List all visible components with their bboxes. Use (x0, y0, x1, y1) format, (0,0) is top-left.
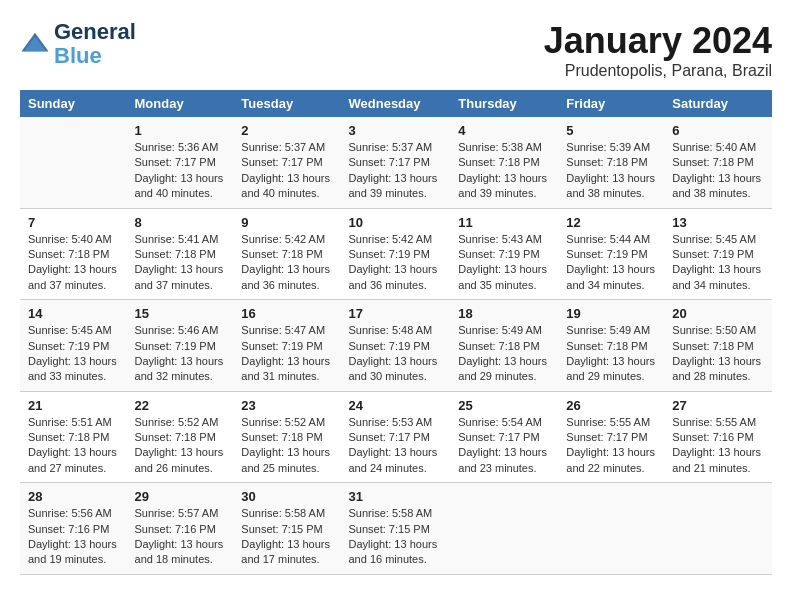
day-info: Sunrise: 5:56 AM Sunset: 7:16 PM Dayligh… (28, 506, 119, 568)
day-info: Sunrise: 5:45 AM Sunset: 7:19 PM Dayligh… (28, 323, 119, 385)
calendar-cell: 19Sunrise: 5:49 AM Sunset: 7:18 PM Dayli… (558, 300, 664, 392)
day-number: 15 (135, 306, 226, 321)
calendar-table: SundayMondayTuesdayWednesdayThursdayFrid… (20, 90, 772, 575)
calendar-cell: 26Sunrise: 5:55 AM Sunset: 7:17 PM Dayli… (558, 391, 664, 483)
day-number: 8 (135, 215, 226, 230)
calendar-cell: 29Sunrise: 5:57 AM Sunset: 7:16 PM Dayli… (127, 483, 234, 575)
calendar-cell: 15Sunrise: 5:46 AM Sunset: 7:19 PM Dayli… (127, 300, 234, 392)
logo-icon (20, 29, 50, 59)
calendar-cell: 4Sunrise: 5:38 AM Sunset: 7:18 PM Daylig… (450, 117, 558, 208)
calendar-cell: 10Sunrise: 5:42 AM Sunset: 7:19 PM Dayli… (341, 208, 451, 300)
calendar-cell: 20Sunrise: 5:50 AM Sunset: 7:18 PM Dayli… (664, 300, 772, 392)
logo-line2: Blue (54, 44, 136, 68)
calendar-cell: 25Sunrise: 5:54 AM Sunset: 7:17 PM Dayli… (450, 391, 558, 483)
day-number: 29 (135, 489, 226, 504)
logo-text: General Blue (54, 20, 136, 68)
day-info: Sunrise: 5:47 AM Sunset: 7:19 PM Dayligh… (241, 323, 332, 385)
day-number: 6 (672, 123, 764, 138)
column-header-wednesday: Wednesday (341, 90, 451, 117)
day-number: 19 (566, 306, 656, 321)
day-number: 21 (28, 398, 119, 413)
day-number: 16 (241, 306, 332, 321)
title-section: January 2024 Prudentopolis, Parana, Braz… (544, 20, 772, 80)
column-header-thursday: Thursday (450, 90, 558, 117)
calendar-cell: 11Sunrise: 5:43 AM Sunset: 7:19 PM Dayli… (450, 208, 558, 300)
day-number: 13 (672, 215, 764, 230)
day-info: Sunrise: 5:57 AM Sunset: 7:16 PM Dayligh… (135, 506, 226, 568)
day-info: Sunrise: 5:40 AM Sunset: 7:18 PM Dayligh… (672, 140, 764, 202)
day-info: Sunrise: 5:43 AM Sunset: 7:19 PM Dayligh… (458, 232, 550, 294)
calendar-cell: 22Sunrise: 5:52 AM Sunset: 7:18 PM Dayli… (127, 391, 234, 483)
calendar-cell: 30Sunrise: 5:58 AM Sunset: 7:15 PM Dayli… (233, 483, 340, 575)
calendar-cell: 6Sunrise: 5:40 AM Sunset: 7:18 PM Daylig… (664, 117, 772, 208)
day-number: 4 (458, 123, 550, 138)
column-header-friday: Friday (558, 90, 664, 117)
location: Prudentopolis, Parana, Brazil (544, 62, 772, 80)
day-info: Sunrise: 5:49 AM Sunset: 7:18 PM Dayligh… (458, 323, 550, 385)
day-number: 2 (241, 123, 332, 138)
calendar-cell: 21Sunrise: 5:51 AM Sunset: 7:18 PM Dayli… (20, 391, 127, 483)
day-info: Sunrise: 5:45 AM Sunset: 7:19 PM Dayligh… (672, 232, 764, 294)
calendar-cell: 9Sunrise: 5:42 AM Sunset: 7:18 PM Daylig… (233, 208, 340, 300)
calendar-cell (664, 483, 772, 575)
day-info: Sunrise: 5:58 AM Sunset: 7:15 PM Dayligh… (349, 506, 443, 568)
month-title: January 2024 (544, 20, 772, 62)
day-number: 30 (241, 489, 332, 504)
day-info: Sunrise: 5:58 AM Sunset: 7:15 PM Dayligh… (241, 506, 332, 568)
day-info: Sunrise: 5:48 AM Sunset: 7:19 PM Dayligh… (349, 323, 443, 385)
day-number: 31 (349, 489, 443, 504)
calendar-cell: 17Sunrise: 5:48 AM Sunset: 7:19 PM Dayli… (341, 300, 451, 392)
calendar-cell: 1Sunrise: 5:36 AM Sunset: 7:17 PM Daylig… (127, 117, 234, 208)
day-info: Sunrise: 5:52 AM Sunset: 7:18 PM Dayligh… (135, 415, 226, 477)
calendar-cell (558, 483, 664, 575)
calendar-cell: 14Sunrise: 5:45 AM Sunset: 7:19 PM Dayli… (20, 300, 127, 392)
calendar-cell: 3Sunrise: 5:37 AM Sunset: 7:17 PM Daylig… (341, 117, 451, 208)
day-info: Sunrise: 5:49 AM Sunset: 7:18 PM Dayligh… (566, 323, 656, 385)
day-info: Sunrise: 5:53 AM Sunset: 7:17 PM Dayligh… (349, 415, 443, 477)
calendar-body: 1Sunrise: 5:36 AM Sunset: 7:17 PM Daylig… (20, 117, 772, 574)
logo: General Blue (20, 20, 136, 68)
day-number: 25 (458, 398, 550, 413)
day-number: 5 (566, 123, 656, 138)
day-info: Sunrise: 5:42 AM Sunset: 7:18 PM Dayligh… (241, 232, 332, 294)
day-info: Sunrise: 5:54 AM Sunset: 7:17 PM Dayligh… (458, 415, 550, 477)
column-header-saturday: Saturday (664, 90, 772, 117)
day-number: 26 (566, 398, 656, 413)
day-info: Sunrise: 5:55 AM Sunset: 7:17 PM Dayligh… (566, 415, 656, 477)
day-info: Sunrise: 5:50 AM Sunset: 7:18 PM Dayligh… (672, 323, 764, 385)
day-number: 7 (28, 215, 119, 230)
calendar-cell: 31Sunrise: 5:58 AM Sunset: 7:15 PM Dayli… (341, 483, 451, 575)
day-number: 3 (349, 123, 443, 138)
day-info: Sunrise: 5:37 AM Sunset: 7:17 PM Dayligh… (241, 140, 332, 202)
day-number: 23 (241, 398, 332, 413)
day-number: 12 (566, 215, 656, 230)
column-header-monday: Monday (127, 90, 234, 117)
day-info: Sunrise: 5:36 AM Sunset: 7:17 PM Dayligh… (135, 140, 226, 202)
day-info: Sunrise: 5:51 AM Sunset: 7:18 PM Dayligh… (28, 415, 119, 477)
calendar-cell: 28Sunrise: 5:56 AM Sunset: 7:16 PM Dayli… (20, 483, 127, 575)
day-info: Sunrise: 5:40 AM Sunset: 7:18 PM Dayligh… (28, 232, 119, 294)
calendar-week-row: 21Sunrise: 5:51 AM Sunset: 7:18 PM Dayli… (20, 391, 772, 483)
calendar-cell: 2Sunrise: 5:37 AM Sunset: 7:17 PM Daylig… (233, 117, 340, 208)
calendar-cell: 7Sunrise: 5:40 AM Sunset: 7:18 PM Daylig… (20, 208, 127, 300)
logo-line1: General (54, 20, 136, 44)
day-number: 17 (349, 306, 443, 321)
day-number: 27 (672, 398, 764, 413)
calendar-cell (20, 117, 127, 208)
column-header-tuesday: Tuesday (233, 90, 340, 117)
day-info: Sunrise: 5:52 AM Sunset: 7:18 PM Dayligh… (241, 415, 332, 477)
day-number: 22 (135, 398, 226, 413)
day-number: 10 (349, 215, 443, 230)
calendar-week-row: 7Sunrise: 5:40 AM Sunset: 7:18 PM Daylig… (20, 208, 772, 300)
calendar-cell: 23Sunrise: 5:52 AM Sunset: 7:18 PM Dayli… (233, 391, 340, 483)
day-info: Sunrise: 5:44 AM Sunset: 7:19 PM Dayligh… (566, 232, 656, 294)
page-header: General Blue January 2024 Prudentopolis,… (20, 20, 772, 80)
day-info: Sunrise: 5:41 AM Sunset: 7:18 PM Dayligh… (135, 232, 226, 294)
day-info: Sunrise: 5:55 AM Sunset: 7:16 PM Dayligh… (672, 415, 764, 477)
day-info: Sunrise: 5:38 AM Sunset: 7:18 PM Dayligh… (458, 140, 550, 202)
calendar-cell (450, 483, 558, 575)
day-info: Sunrise: 5:46 AM Sunset: 7:19 PM Dayligh… (135, 323, 226, 385)
calendar-week-row: 1Sunrise: 5:36 AM Sunset: 7:17 PM Daylig… (20, 117, 772, 208)
day-info: Sunrise: 5:39 AM Sunset: 7:18 PM Dayligh… (566, 140, 656, 202)
calendar-cell: 27Sunrise: 5:55 AM Sunset: 7:16 PM Dayli… (664, 391, 772, 483)
